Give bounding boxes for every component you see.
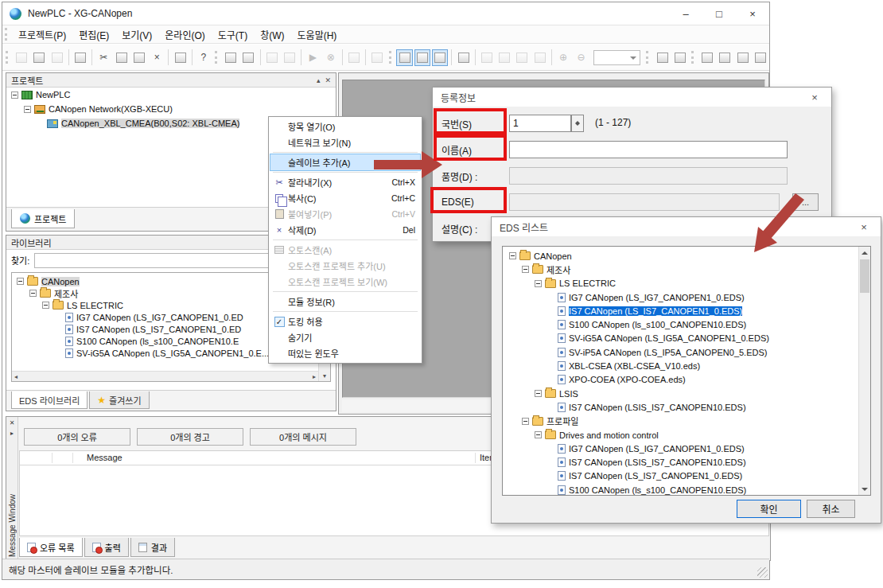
tile-horizontal-icon[interactable]: [717, 49, 733, 66]
project-window-icon[interactable]: [396, 49, 412, 66]
panel-close-icon[interactable]: ✕: [325, 76, 331, 84]
message-close-icon[interactable]: ✕: [10, 419, 15, 426]
library-horizontal-scrollbar[interactable]: ◂▸: [12, 371, 318, 381]
delete-icon[interactable]: ×: [149, 49, 165, 66]
module-view-icon[interactable]: [455, 49, 471, 66]
station-number-input[interactable]: 1: [509, 115, 571, 132]
context-menu-item[interactable]: ✂잘라내기(X)Ctrl+X: [270, 174, 420, 190]
cancel-button[interactable]: 취소: [807, 500, 855, 518]
copy-icon[interactable]: [114, 49, 130, 66]
open-project-icon[interactable]: [31, 49, 47, 66]
tile-vertical-icon[interactable]: [735, 49, 751, 66]
eds-browse-button[interactable]: ...: [792, 193, 819, 211]
scroll-down-icon[interactable]: [859, 483, 870, 495]
eds-tree-item[interactable]: CANopen: [504, 249, 858, 263]
collapse-toggle-icon[interactable]: [535, 280, 542, 287]
eds-tree-item[interactable]: IS7 CANopen (LS_IS7_CANOPEN1_0.EDS): [504, 304, 858, 317]
tab-eds-library[interactable]: EDS 라이브러리: [11, 391, 88, 409]
tab-result[interactable]: 결과: [130, 538, 175, 557]
close-project-icon[interactable]: [49, 49, 65, 66]
eds-tree-item[interactable]: IS7 CANopen (LSIS_IS7_CANOPEN10.EDS): [504, 455, 858, 469]
context-menu-item[interactable]: 항목 열기(O): [270, 119, 420, 134]
eds-tree-item[interactable]: IS7 CANopen (LS_IS7_CANOPEN1_0.EDS): [504, 469, 858, 483]
save-icon[interactable]: [72, 49, 88, 66]
menu-p[interactable]: 프로젝트(P): [12, 25, 72, 43]
system-view-icon[interactable]: [369, 49, 385, 66]
dialog-close-icon[interactable]: ×: [855, 221, 873, 233]
context-menu-item[interactable]: 오토스캔 프로젝트 보기(W): [270, 274, 420, 290]
tab-output[interactable]: 출력: [84, 538, 129, 557]
collapse-toggle-icon[interactable]: [17, 278, 24, 285]
minimize-button[interactable]: –: [669, 3, 702, 24]
stop-icon[interactable]: ⊗: [323, 49, 339, 66]
menu-t[interactable]: 도구(T): [212, 25, 254, 43]
print-icon[interactable]: [172, 49, 188, 66]
station-number-spinner[interactable]: [571, 115, 584, 132]
warnings-count-button[interactable]: 0개의 경고: [137, 428, 243, 446]
menu-h[interactable]: 도움말(H): [291, 25, 344, 43]
context-menu-item[interactable]: ×삭제(D)Del: [270, 222, 420, 238]
write-icon[interactable]: [240, 49, 256, 66]
eds-tree-item[interactable]: 제조사: [504, 263, 858, 276]
resize-grip[interactable]: [757, 567, 768, 578]
eds-tree-item[interactable]: XBL-CSEA (XBL-CSEA_V10.eds): [504, 359, 858, 372]
eds-vertical-scrollbar[interactable]: [858, 247, 870, 495]
context-menu-item[interactable]: ✓도킹 허용: [270, 313, 420, 329]
tab-error-list[interactable]: 오류 목록: [19, 538, 83, 557]
context-menu-item[interactable]: 오토스캔 프로젝트 추가(U): [270, 258, 420, 274]
collapse-toggle-icon[interactable]: [535, 431, 542, 438]
cascade-windows-icon[interactable]: [699, 49, 715, 66]
project-tree-item[interactable]: NewPLC: [6, 88, 336, 102]
errors-count-button[interactable]: 0개의 오류: [24, 428, 130, 446]
zoom-in-icon[interactable]: ⊕: [555, 49, 571, 66]
read-parameter-icon[interactable]: [264, 49, 280, 66]
capture-module-icon[interactable]: [672, 49, 688, 66]
maximize-button[interactable]: □: [702, 3, 736, 24]
collapse-toggle-icon[interactable]: [522, 418, 529, 425]
project-tree-item[interactable]: CANopen Network(XGB-XECU): [6, 102, 336, 116]
run-icon[interactable]: ▶: [305, 49, 321, 66]
library-window-icon[interactable]: [414, 49, 430, 66]
messages-count-button[interactable]: 0개의 메시지: [250, 428, 356, 446]
collapse-toggle-icon[interactable]: [535, 390, 542, 397]
message-window-icon[interactable]: [432, 49, 448, 66]
checked-checkbox-icon[interactable]: ✓: [274, 317, 285, 327]
cut-icon[interactable]: ✂: [95, 49, 111, 66]
write-parameter-icon[interactable]: [282, 49, 298, 66]
eds-tree-item[interactable]: SV-iP5A CANopen (LS_IP5A_CANOPEN0_5.EDS): [504, 345, 858, 359]
panel-collapse-icon[interactable]: ▴: [317, 76, 321, 84]
context-menu-item[interactable]: 숨기기: [270, 329, 420, 345]
context-menu-item[interactable]: 오토스캔(A): [270, 242, 420, 258]
collapse-toggle-icon[interactable]: [522, 266, 529, 273]
eds-tree-item[interactable]: LSIS: [504, 387, 858, 400]
eds-tree-item[interactable]: IG7 CANopen (LS_IG7_CANOPEN1_0.EDS): [504, 290, 858, 304]
scroll-thumb[interactable]: [860, 259, 869, 293]
context-menu-item[interactable]: 모듈 정보(R): [270, 294, 420, 310]
menu-e[interactable]: 편집(E): [72, 25, 115, 43]
zoom-out-icon[interactable]: ⊖: [573, 49, 589, 66]
eds-tree-item[interactable]: XPO-COEA (XPO-COEA.eds): [504, 373, 858, 387]
tab-project[interactable]: 프로젝트: [11, 209, 75, 228]
message-expand-icon[interactable]: ▸: [10, 430, 14, 437]
eds-tree-item[interactable]: IG7 CANopen (LS_IG7_CANOPEN1_0.EDS): [504, 442, 858, 455]
collapse-toggle-icon[interactable]: [509, 252, 516, 259]
menu-o[interactable]: 온라인(O): [158, 25, 211, 43]
context-menu-item[interactable]: 복사(C)Ctrl+C: [270, 190, 420, 206]
ok-button[interactable]: 확인: [737, 500, 801, 518]
eds-tree-item[interactable]: LS ELECTRIC: [504, 277, 858, 290]
context-menu-item[interactable]: 붙여넣기(P)Ctrl+V: [270, 206, 420, 222]
eds-tree-item[interactable]: SV-iG5A CANopen (LS_IG5A_CANOPEN1_0.EDS): [504, 332, 858, 345]
id-view-icon[interactable]: [496, 49, 512, 66]
simple-view-icon[interactable]: [514, 49, 530, 66]
collapse-toggle-icon[interactable]: [24, 106, 31, 113]
eds-tree-item[interactable]: S100 CANopen (ls_s100_CANOPEN10.EDS): [504, 317, 858, 331]
help-icon[interactable]: ?: [196, 49, 212, 66]
context-menu-item[interactable]: 떠있는 윈도우: [270, 345, 420, 361]
eds-tree-item[interactable]: Drives and motion control: [504, 428, 858, 442]
context-menu-item[interactable]: 네트워크 보기(N): [270, 134, 420, 150]
table-view-icon[interactable]: [532, 49, 548, 66]
eds-tree-item[interactable]: IS7 CANopen (LSIS_IS7_CANOPEN10.EDS): [504, 400, 858, 414]
name-input[interactable]: [509, 141, 788, 158]
context-menu-item[interactable]: 슬레이브 추가(A): [270, 154, 420, 170]
connect-icon[interactable]: [223, 49, 239, 66]
